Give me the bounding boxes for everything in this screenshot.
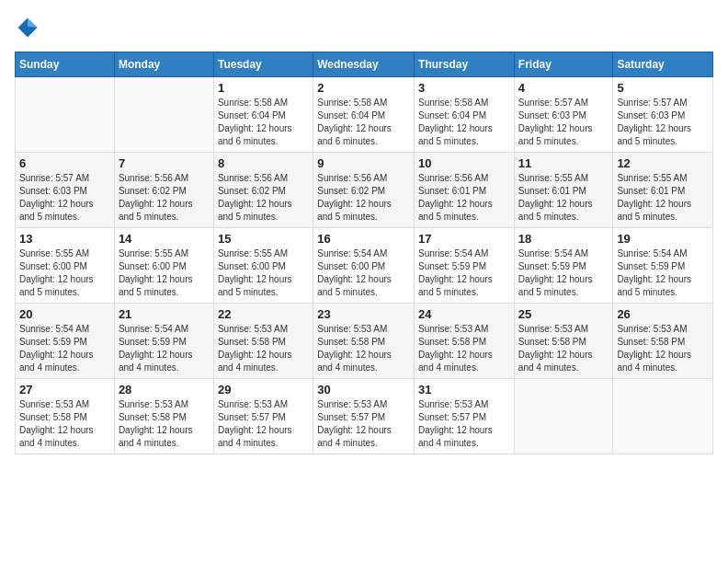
day-info: Sunrise: 5:53 AM Sunset: 5:58 PM Dayligh… — [19, 398, 110, 450]
day-info: Sunrise: 5:56 AM Sunset: 6:01 PM Dayligh… — [418, 172, 510, 224]
day-number: 6 — [19, 156, 110, 170]
day-header-wednesday: Wednesday — [313, 52, 415, 77]
day-info: Sunrise: 5:58 AM Sunset: 6:04 PM Dayligh… — [218, 97, 309, 148]
calendar-table: SundayMondayTuesdayWednesdayThursdayFrid… — [15, 52, 713, 454]
day-info: Sunrise: 5:53 AM Sunset: 5:58 PM Dayligh… — [317, 323, 410, 374]
day-info: Sunrise: 5:57 AM Sunset: 6:03 PM Dayligh… — [19, 172, 110, 224]
day-info: Sunrise: 5:58 AM Sunset: 6:04 PM Dayligh… — [317, 97, 410, 148]
day-number: 8 — [218, 156, 309, 170]
calendar-cell: 13Sunrise: 5:55 AM Sunset: 6:00 PM Dayli… — [16, 228, 115, 304]
day-number: 16 — [317, 232, 410, 246]
calendar-cell: 25Sunrise: 5:53 AM Sunset: 5:58 PM Dayli… — [514, 304, 613, 379]
day-info: Sunrise: 5:55 AM Sunset: 6:01 PM Dayligh… — [518, 172, 609, 224]
day-number: 30 — [317, 383, 410, 396]
day-header-friday: Friday — [514, 52, 613, 77]
day-info: Sunrise: 5:53 AM Sunset: 5:58 PM Dayligh… — [617, 323, 709, 374]
calendar-cell: 5Sunrise: 5:57 AM Sunset: 6:03 PM Daylig… — [613, 77, 713, 153]
day-info: Sunrise: 5:54 AM Sunset: 5:59 PM Dayligh… — [19, 323, 110, 374]
day-number: 20 — [19, 307, 110, 321]
calendar-cell — [514, 379, 613, 454]
day-info: Sunrise: 5:55 AM Sunset: 6:00 PM Dayligh… — [119, 247, 210, 299]
calendar-cell: 14Sunrise: 5:55 AM Sunset: 6:00 PM Dayli… — [114, 228, 213, 304]
day-number: 2 — [317, 81, 410, 95]
day-number: 11 — [518, 156, 609, 170]
calendar-cell: 30Sunrise: 5:53 AM Sunset: 5:57 PM Dayli… — [313, 379, 415, 454]
calendar-cell — [16, 77, 115, 153]
header — [15, 15, 713, 40]
week-row-2: 6Sunrise: 5:57 AM Sunset: 6:03 PM Daylig… — [16, 153, 713, 228]
day-info: Sunrise: 5:53 AM Sunset: 5:57 PM Dayligh… — [218, 398, 309, 450]
calendar-cell: 26Sunrise: 5:53 AM Sunset: 5:58 PM Dayli… — [613, 304, 713, 379]
calendar-cell: 9Sunrise: 5:56 AM Sunset: 6:02 PM Daylig… — [313, 153, 415, 228]
day-header-monday: Monday — [114, 52, 213, 77]
day-info: Sunrise: 5:57 AM Sunset: 6:03 PM Dayligh… — [518, 97, 609, 148]
day-info: Sunrise: 5:56 AM Sunset: 6:02 PM Dayligh… — [119, 172, 210, 224]
calendar-cell — [114, 77, 213, 153]
day-info: Sunrise: 5:55 AM Sunset: 6:00 PM Dayligh… — [218, 247, 309, 299]
day-number: 22 — [218, 307, 309, 321]
day-info: Sunrise: 5:55 AM Sunset: 6:00 PM Dayligh… — [19, 247, 110, 299]
logo-icon — [15, 15, 40, 40]
day-number: 10 — [418, 156, 510, 170]
day-number: 26 — [617, 307, 709, 321]
day-info: Sunrise: 5:55 AM Sunset: 6:01 PM Dayligh… — [617, 172, 709, 224]
day-number: 5 — [617, 81, 709, 95]
calendar-cell: 11Sunrise: 5:55 AM Sunset: 6:01 PM Dayli… — [514, 153, 613, 228]
day-number: 4 — [518, 81, 609, 95]
calendar-cell: 7Sunrise: 5:56 AM Sunset: 6:02 PM Daylig… — [114, 153, 213, 228]
day-info: Sunrise: 5:53 AM Sunset: 5:58 PM Dayligh… — [218, 323, 309, 374]
calendar-cell: 24Sunrise: 5:53 AM Sunset: 5:58 PM Dayli… — [415, 304, 515, 379]
day-info: Sunrise: 5:56 AM Sunset: 6:02 PM Dayligh… — [218, 172, 309, 224]
logo — [15, 15, 44, 40]
calendar-cell: 6Sunrise: 5:57 AM Sunset: 6:03 PM Daylig… — [16, 153, 115, 228]
day-number: 27 — [19, 383, 110, 396]
day-number: 25 — [518, 307, 609, 321]
day-number: 1 — [218, 81, 309, 95]
calendar-cell: 21Sunrise: 5:54 AM Sunset: 5:59 PM Dayli… — [114, 304, 213, 379]
calendar-cell: 17Sunrise: 5:54 AM Sunset: 5:59 PM Dayli… — [415, 228, 515, 304]
calendar-cell: 29Sunrise: 5:53 AM Sunset: 5:57 PM Dayli… — [213, 379, 313, 454]
day-number: 31 — [418, 383, 510, 396]
day-info: Sunrise: 5:54 AM Sunset: 5:59 PM Dayligh… — [418, 247, 510, 299]
calendar-cell: 15Sunrise: 5:55 AM Sunset: 6:00 PM Dayli… — [213, 228, 313, 304]
day-number: 14 — [119, 232, 210, 246]
day-number: 24 — [418, 307, 510, 321]
calendar-cell: 2Sunrise: 5:58 AM Sunset: 6:04 PM Daylig… — [313, 77, 415, 153]
day-info: Sunrise: 5:53 AM Sunset: 5:58 PM Dayligh… — [418, 323, 510, 374]
day-number: 7 — [119, 156, 210, 170]
day-info: Sunrise: 5:53 AM Sunset: 5:57 PM Dayligh… — [418, 398, 510, 450]
calendar-cell: 31Sunrise: 5:53 AM Sunset: 5:57 PM Dayli… — [415, 379, 515, 454]
day-info: Sunrise: 5:53 AM Sunset: 5:58 PM Dayligh… — [119, 398, 210, 450]
days-header-row: SundayMondayTuesdayWednesdayThursdayFrid… — [16, 52, 713, 77]
day-header-saturday: Saturday — [613, 52, 713, 77]
day-info: Sunrise: 5:54 AM Sunset: 6:00 PM Dayligh… — [317, 247, 410, 299]
calendar-cell: 3Sunrise: 5:58 AM Sunset: 6:04 PM Daylig… — [415, 77, 515, 153]
week-row-3: 13Sunrise: 5:55 AM Sunset: 6:00 PM Dayli… — [16, 228, 713, 304]
calendar-cell — [613, 379, 713, 454]
day-info: Sunrise: 5:56 AM Sunset: 6:02 PM Dayligh… — [317, 172, 410, 224]
day-number: 3 — [418, 81, 510, 95]
day-info: Sunrise: 5:53 AM Sunset: 5:57 PM Dayligh… — [317, 398, 410, 450]
calendar-cell: 16Sunrise: 5:54 AM Sunset: 6:00 PM Dayli… — [313, 228, 415, 304]
day-info: Sunrise: 5:54 AM Sunset: 5:59 PM Dayligh… — [518, 247, 609, 299]
calendar-cell: 28Sunrise: 5:53 AM Sunset: 5:58 PM Dayli… — [114, 379, 213, 454]
calendar-cell: 4Sunrise: 5:57 AM Sunset: 6:03 PM Daylig… — [514, 77, 613, 153]
day-number: 17 — [418, 232, 510, 246]
day-number: 18 — [518, 232, 609, 246]
calendar-cell: 20Sunrise: 5:54 AM Sunset: 5:59 PM Dayli… — [16, 304, 115, 379]
svg-marker-1 — [28, 18, 38, 29]
day-header-sunday: Sunday — [16, 52, 115, 77]
calendar-cell: 8Sunrise: 5:56 AM Sunset: 6:02 PM Daylig… — [213, 153, 313, 228]
calendar-cell: 1Sunrise: 5:58 AM Sunset: 6:04 PM Daylig… — [213, 77, 313, 153]
day-info: Sunrise: 5:54 AM Sunset: 5:59 PM Dayligh… — [119, 323, 210, 374]
calendar-cell: 19Sunrise: 5:54 AM Sunset: 5:59 PM Dayli… — [613, 228, 713, 304]
week-row-1: 1Sunrise: 5:58 AM Sunset: 6:04 PM Daylig… — [16, 77, 713, 153]
calendar-cell: 27Sunrise: 5:53 AM Sunset: 5:58 PM Dayli… — [16, 379, 115, 454]
calendar-cell: 22Sunrise: 5:53 AM Sunset: 5:58 PM Dayli… — [213, 304, 313, 379]
day-header-tuesday: Tuesday — [213, 52, 313, 77]
calendar-cell: 12Sunrise: 5:55 AM Sunset: 6:01 PM Dayli… — [613, 153, 713, 228]
day-number: 13 — [19, 232, 110, 246]
day-info: Sunrise: 5:58 AM Sunset: 6:04 PM Dayligh… — [418, 97, 510, 148]
day-info: Sunrise: 5:53 AM Sunset: 5:58 PM Dayligh… — [518, 323, 609, 374]
day-number: 21 — [119, 307, 210, 321]
